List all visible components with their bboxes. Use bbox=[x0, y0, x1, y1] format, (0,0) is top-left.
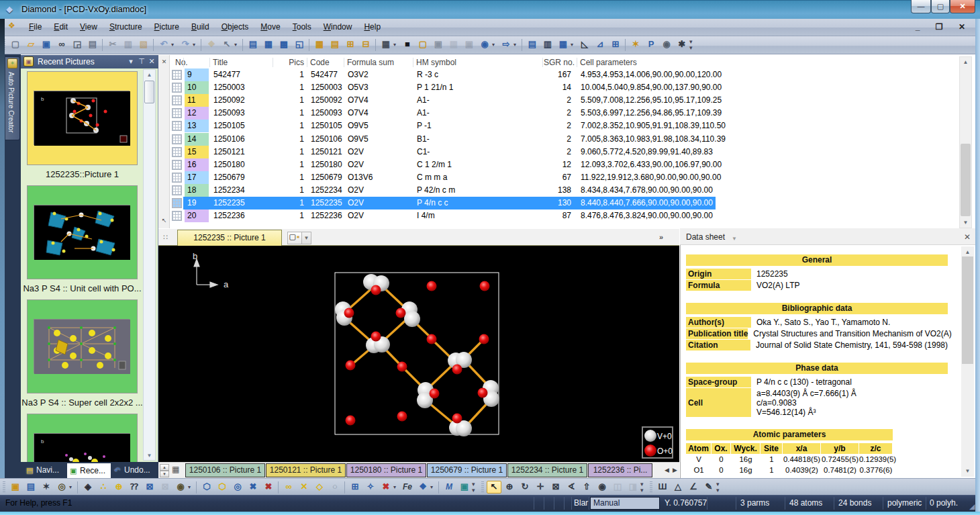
atoms-icon[interactable]: ∴ bbox=[96, 481, 111, 494]
menu-window[interactable]: Window bbox=[317, 19, 358, 36]
fe-label-icon[interactable]: Fe bbox=[400, 481, 415, 494]
table-row[interactable]: 10125000311250003O5V3P 1 21/n 11410.004,… bbox=[170, 81, 959, 94]
strip-up-icon[interactable]: ▲ bbox=[160, 464, 169, 471]
panel-pin-icon[interactable]: ⊤ bbox=[137, 57, 146, 66]
redo-icon[interactable]: ↷ bbox=[178, 38, 193, 51]
find-icon[interactable]: ∞ bbox=[54, 38, 69, 51]
add-atom-icon[interactable]: ⊕ bbox=[111, 481, 126, 494]
menu-structure[interactable]: Structure bbox=[103, 19, 148, 36]
m-label-icon[interactable]: M bbox=[442, 481, 456, 494]
oxygen-atom[interactable] bbox=[397, 362, 407, 372]
table-row[interactable]: 15125012111250121O2VC1-29.060,5.772,4.52… bbox=[170, 146, 959, 158]
oxygen-atom[interactable] bbox=[371, 332, 381, 342]
oxygen-atom[interactable] bbox=[371, 285, 381, 295]
column-header-formula-sum[interactable]: Formula sum bbox=[347, 58, 394, 67]
scroll-up-icon[interactable]: ▲ bbox=[960, 57, 971, 68]
picture-teal-icon[interactable]: ▣ bbox=[457, 481, 472, 494]
vanadium-atom[interactable] bbox=[404, 311, 420, 327]
resize-grip-icon[interactable]: ◢ bbox=[969, 502, 975, 511]
bonds-icon[interactable]: ✕ bbox=[297, 481, 311, 494]
tab-grid-icon[interactable]: ∷ bbox=[163, 233, 173, 242]
histogram-icon[interactable]: ⊿ bbox=[593, 38, 607, 51]
hexagon-blue-icon[interactable]: ⬡ bbox=[199, 481, 214, 494]
column-header-hm-symbol[interactable]: HM symbol bbox=[416, 58, 456, 67]
table-row[interactable]: 20125223611252236O2VI 4/m878.476,8.476,3… bbox=[170, 209, 959, 222]
strip-down-icon[interactable]: ▼ bbox=[160, 471, 169, 477]
table-add-icon[interactable]: ⊞ bbox=[343, 38, 358, 51]
picture-copy-icon[interactable]: ▣ bbox=[431, 38, 446, 51]
copy-icon[interactable]: ▥ bbox=[121, 38, 136, 51]
cross-blue-icon[interactable]: ✖ bbox=[246, 481, 260, 494]
panel-tab-navi[interactable]: ▤Navi... bbox=[24, 463, 66, 478]
hexagon-yellow-icon[interactable]: ⬡ bbox=[215, 481, 230, 494]
picture-tab[interactable]: 1252234 :: Picture 1 bbox=[507, 463, 587, 477]
black-picture-icon[interactable]: ■ bbox=[400, 38, 415, 51]
panel-tab-rece[interactable]: ▣Rece... bbox=[67, 463, 111, 478]
table-scroll-thumb[interactable] bbox=[961, 144, 971, 216]
oxygen-atom[interactable] bbox=[480, 281, 490, 291]
table-gold-icon[interactable]: ▤ bbox=[328, 38, 342, 51]
sphere-icon[interactable]: ○ bbox=[328, 481, 342, 494]
video-icon[interactable]: ✱ bbox=[675, 38, 689, 51]
photo-icon[interactable]: ◉ bbox=[659, 38, 674, 51]
maximize-button[interactable]: ▢ bbox=[931, 0, 950, 13]
minimize-button[interactable]: — bbox=[911, 0, 931, 13]
panel-refresh-icon[interactable]: ▦ bbox=[261, 38, 276, 51]
table-row[interactable]: 11125009211250092O7V4A1-25.509,7.008,12.… bbox=[170, 94, 959, 107]
table-row[interactable]: 19125223511252235O2VP 4/n c c1308.440,8.… bbox=[170, 197, 959, 209]
oxygen-atom[interactable] bbox=[427, 281, 437, 291]
lattice-icon[interactable]: ⊠ bbox=[142, 481, 157, 494]
table-row[interactable]: 18125223411252234O2VP 42/n c m1388.434,8… bbox=[170, 184, 959, 197]
properties-tools-icon[interactable]: ✶ bbox=[39, 481, 54, 494]
new-document-icon[interactable]: ▢ bbox=[8, 38, 23, 51]
ask-atom-icon[interactable]: ⁇ bbox=[127, 481, 142, 494]
save-icon[interactable]: ▣ bbox=[39, 38, 54, 51]
panel-tab-undo[interactable]: ↶Undo... bbox=[112, 463, 156, 478]
new-picture-dropdown[interactable]: ▼ bbox=[302, 232, 311, 244]
grid-view-icon[interactable]: ▦ bbox=[379, 38, 393, 51]
strip-grid-icon[interactable]: ▦ bbox=[172, 465, 183, 475]
new-picture-button[interactable]: ▢✶ bbox=[287, 232, 302, 244]
translate-icon[interactable]: ✛ bbox=[533, 481, 548, 494]
menu-picture[interactable]: Picture bbox=[148, 19, 185, 36]
picture-table-icon[interactable]: ▦ bbox=[446, 38, 461, 51]
filled-atom-icon[interactable]: ◈ bbox=[81, 481, 95, 494]
panel-blank-icon[interactable]: ◱ bbox=[292, 38, 307, 51]
print-icon[interactable]: ▤ bbox=[85, 38, 100, 51]
column-header-sgr-no-[interactable]: SGR no. bbox=[544, 58, 571, 67]
resize-icon[interactable]: ⊠ bbox=[548, 481, 563, 494]
broken-lattice-icon[interactable]: ⊠ bbox=[158, 481, 173, 494]
export-icon[interactable]: ⇨ bbox=[499, 38, 513, 51]
print-preview-icon[interactable]: ◲ bbox=[70, 38, 85, 51]
oxygen-atom[interactable] bbox=[430, 389, 440, 399]
oxygen-atom[interactable] bbox=[346, 361, 356, 371]
pan-hand-icon[interactable]: ❖ bbox=[204, 38, 219, 51]
oxygen-atom[interactable] bbox=[427, 334, 437, 344]
paste-icon[interactable]: ▧ bbox=[136, 38, 151, 51]
open-folder-icon[interactable]: ▱ bbox=[23, 38, 38, 51]
select-cursor-icon[interactable]: ↖ bbox=[219, 38, 234, 51]
cube-icon[interactable]: ⊞ bbox=[348, 481, 362, 494]
menu-app-icon[interactable]: ❖ bbox=[8, 21, 20, 33]
comment-icon[interactable]: ▤ bbox=[23, 481, 38, 494]
close-button[interactable]: ✕ bbox=[950, 0, 975, 13]
report-props-icon[interactable]: ▥ bbox=[540, 38, 555, 51]
distance-chart-icon[interactable]: ◺ bbox=[577, 38, 592, 51]
strip-left-icon[interactable]: ◀ bbox=[663, 465, 671, 475]
data-sheet-dropdown-icon[interactable]: ▼ bbox=[732, 236, 737, 242]
scroll-down-icon[interactable]: ▼ bbox=[144, 451, 155, 461]
report-table-icon[interactable]: ▦ bbox=[556, 38, 571, 51]
table-row[interactable]: 95424771542477O3V2R -3 c1674.953,4.953,1… bbox=[170, 68, 959, 81]
oxygen-atom[interactable] bbox=[479, 334, 489, 344]
recent-pictures-scrollbar[interactable] bbox=[143, 69, 156, 461]
spin-icon[interactable]: ◉ bbox=[595, 481, 609, 494]
globe-icon[interactable]: ◉ bbox=[477, 38, 492, 51]
oxygen-atom[interactable] bbox=[397, 412, 407, 422]
ball-stick-icon[interactable]: ∞ bbox=[281, 481, 296, 494]
table-row[interactable]: 12125009311250093O7V4A1-25.503,6.997,12.… bbox=[170, 107, 959, 120]
table-row[interactable]: 13125010511250105O9V5P -127.002,8.352,10… bbox=[170, 120, 959, 132]
table-row[interactable]: 17125067911250679O13V6C m m a6711.922,19… bbox=[170, 171, 959, 184]
picture-tab[interactable]: 1252236 :: Pi... bbox=[588, 463, 652, 477]
panel-close-icon[interactable]: ✕ bbox=[147, 57, 156, 66]
strip-right-icon[interactable]: ▶ bbox=[671, 465, 679, 475]
